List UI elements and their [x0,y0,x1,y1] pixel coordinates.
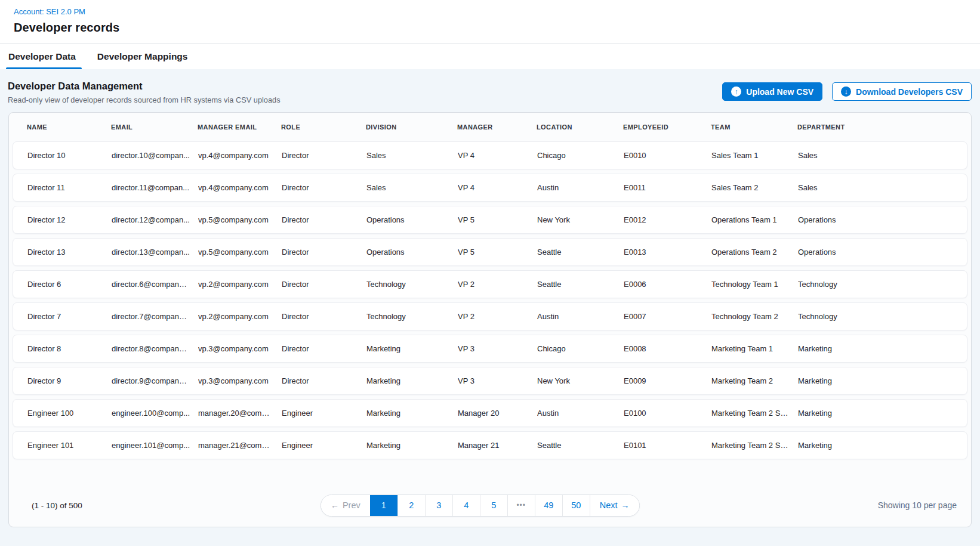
table-row[interactable]: Engineer 100engineer.100@comp...manager.… [13,399,967,427]
page-title: Developer records [14,21,980,35]
table-cell: vp.4@company.com [198,183,282,192]
pagination-page-5[interactable]: 5 [480,495,507,516]
table-row[interactable]: Director 12director.12@compan...vp.5@com… [13,206,967,234]
table-cell: director.7@company.... [112,312,198,321]
pagination-page-2[interactable]: 2 [397,495,425,516]
upload-icon: ↑ [731,86,741,97]
table-cell: Engineer [282,441,366,450]
table-cell: Marketing [366,376,458,385]
table-cell: New York [537,215,624,224]
pagination-page-4[interactable]: 4 [452,495,480,516]
table-row[interactable]: Director 11director.11@compan...vp.4@com… [13,174,967,202]
table-cell: vp.5@company.com [198,248,282,256]
table-cell: E0101 [624,441,711,450]
table-cell: Director [282,344,366,353]
table-cell: E0012 [624,215,711,224]
account-breadcrumb-link[interactable]: Account: SEI 2.0 PM [14,7,85,16]
table-cell: Marketing [366,344,458,353]
table-row[interactable]: Engineer 101engineer.101@comp...manager.… [13,431,967,459]
per-page-label: Showing 10 per page [878,500,957,510]
table-row[interactable]: Director 7director.7@company....vp.2@com… [13,302,967,330]
column-header-name: NAME [27,123,111,131]
table-row[interactable]: Director 6director.6@company....vp.2@com… [13,270,967,298]
table-cell: VP 4 [458,183,537,192]
table-cell: Director 10 [27,151,112,160]
pagination-page-50[interactable]: 50 [562,495,590,516]
table-cell: Engineer 100 [27,409,112,418]
page-header: Account: SEI 2.0 PM Developer records [0,0,980,35]
prev-arrow-icon: ← [331,501,339,509]
download-button-label: Download Developers CSV [856,87,963,97]
section-header: Developer Data Management Read-only view… [0,69,980,104]
table-cell: Director 7 [27,312,112,321]
pagination-range-label: (1 - 10) of 500 [32,501,82,510]
table-cell: Seattle [537,441,624,450]
table-cell: Director [282,376,366,385]
table-cell: Seattle [537,280,624,289]
pagination-next-button[interactable]: Next → [590,495,639,516]
table-cell: Sales [798,183,967,192]
next-button-label: Next [600,500,618,510]
table-cell: Operations [798,248,967,256]
developer-data-section: Developer Data Management Read-only view… [0,69,980,546]
table-cell: Director 11 [27,183,112,192]
table-cell: Marketing [798,409,967,418]
table-body: Director 10director.10@compan...vp.4@com… [9,141,971,459]
column-header-email: EMAIL [111,123,198,131]
table-cell: Director 6 [27,280,112,289]
table-cell: VP 5 [458,248,537,256]
table-cell: Marketing [366,409,458,418]
table-cell: Austin [537,312,624,321]
table-cell: Director [282,183,366,192]
table-cell: Seattle [537,248,624,256]
table-cell: Technology [366,312,458,321]
table-cell: Engineer 101 [27,441,112,450]
pagination-page-49[interactable]: 49 [535,495,562,516]
pagination-ellipsis: ••• [507,495,535,516]
tab-developer-mappings[interactable]: Developer Mappings [96,45,189,69]
table-row[interactable]: Director 9director.9@company....vp.3@com… [13,367,967,395]
table-cell: Director [282,280,366,289]
download-developers-csv-button[interactable]: ↓ Download Developers CSV [832,82,972,101]
table-cell: director.10@compan... [112,151,198,160]
table-cell: vp.2@company.com [198,312,282,321]
table-cell: director.12@compan... [112,215,198,224]
tab-bar: Developer Data Developer Mappings [0,43,980,69]
table-cell: Austin [537,183,624,192]
table-cell: New York [537,376,624,385]
table-cell: Director [282,248,366,256]
table-row[interactable]: Director 13director.13@compan...vp.5@com… [13,238,967,266]
table-cell: E0013 [624,248,711,256]
table-cell: Engineer [282,409,366,418]
column-header-manager: MANAGER [457,123,537,131]
column-header-team: TEAM [711,123,797,131]
column-header-department: DEPARTMENT [797,123,971,131]
upload-button-label: Upload New CSV [746,87,813,97]
pagination-prev-button[interactable]: ← Prev [321,495,370,516]
table-cell: Marketing [798,344,967,353]
table-cell: director.11@compan... [112,183,198,192]
table-cell: Chicago [537,151,624,160]
tab-developer-data[interactable]: Developer Data [7,45,77,69]
table-row[interactable]: Director 10director.10@compan...vp.4@com… [13,141,967,169]
table-cell: Marketing Team 2 Su... [711,441,798,450]
upload-new-csv-button[interactable]: ↑ Upload New CSV [722,82,822,101]
table-cell: VP 3 [458,344,537,353]
table-cell: Marketing [798,376,967,385]
table-cell: Marketing [798,441,967,450]
pagination-page-3[interactable]: 3 [425,495,452,516]
table-cell: Technology [798,312,967,321]
table-cell: Director [282,312,366,321]
table-cell: Director 13 [27,248,112,256]
table-cell: Sales Team 2 [711,183,798,192]
table-cell: vp.5@company.com [198,215,282,224]
table-cell: director.9@company.... [112,376,198,385]
column-header-role: ROLE [281,123,366,131]
section-actions: ↑ Upload New CSV ↓ Download Developers C… [722,81,972,101]
table-cell: Marketing Team 1 [711,344,798,353]
table-row[interactable]: Director 8director.8@company....vp.3@com… [13,335,967,363]
column-header-manager-email: MANAGER EMAIL [198,123,281,131]
pagination-page-1[interactable]: 1 [370,495,397,516]
table-cell: VP 3 [458,376,537,385]
column-header-division: DIVISION [366,123,457,131]
